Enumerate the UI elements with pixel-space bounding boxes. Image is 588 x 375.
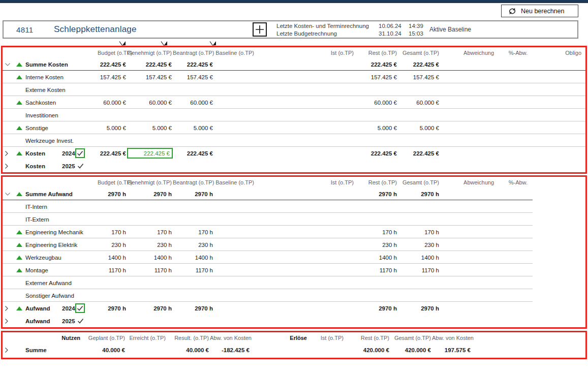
row-label: Externer Aufwand <box>25 280 98 286</box>
trend-up-icon <box>16 126 22 130</box>
row-label: Kosten <box>25 150 61 157</box>
info-label-cost-calc: Letzte Kosten- und Terminrechnung <box>276 22 369 30</box>
cell-gesamt: 222.425 € <box>398 150 440 157</box>
cell-gesamt: 60.000 € <box>398 100 440 106</box>
row-label: Aufwand <box>25 305 61 311</box>
cell-rest: 170 h <box>355 229 398 235</box>
cell-gesamt: 1400 h <box>398 255 440 261</box>
trend-cell <box>12 63 25 67</box>
expand-chevron-icon[interactable] <box>3 318 12 324</box>
check-icon[interactable] <box>77 163 84 169</box>
table-row: Werkzeugbau1400 h1400 h1400 h1400 h1400 … <box>3 251 585 264</box>
column-header-gesamt: Gesamt (o.TP) <box>398 179 440 185</box>
calc-info-dates: 10.06.24 31.10.24 <box>379 22 401 38</box>
recalculate-button[interactable]: Neu berechnen <box>501 5 578 17</box>
row-label: Sonstiger Aufwand <box>25 293 98 299</box>
cell-beantragt: 5.000 € <box>173 125 214 131</box>
row-label: Aufwand <box>25 318 61 324</box>
cell-genehmigt: 230 h <box>127 242 173 248</box>
cell-beantragt: 1170 h <box>173 267 214 273</box>
cell-gesamt: 222.425 € <box>398 61 440 68</box>
cell-budget: 60.000 € <box>98 100 127 106</box>
collapse-chevron-icon[interactable] <box>3 63 12 67</box>
expand-chevron-icon[interactable] <box>3 305 12 311</box>
cell-beantragt: 157.425 € <box>173 74 214 80</box>
project-title: Schleppkettenanlage <box>54 24 137 35</box>
table-header-row: Budget (o.TP)Genehmigt (o.TP)Beantragt (… <box>3 47 585 58</box>
cell-beantragt: 2970 h <box>173 191 214 197</box>
table-row: Externe Kosten <box>3 83 585 96</box>
trend-up-icon <box>16 151 22 155</box>
year-checkbox[interactable] <box>75 148 85 158</box>
year-checkbox[interactable] <box>75 303 85 313</box>
calc-info-labels: Letzte Kosten- und Terminrechnung Letzte… <box>276 22 369 38</box>
info-date-cost-calc: 10.06.24 <box>379 22 401 30</box>
cell-rest: 157.425 € <box>355 74 398 80</box>
table-row: Interne Kosten157.425 €157.425 €157.425 … <box>3 71 585 83</box>
check-icon[interactable] <box>77 318 84 324</box>
cell-gesamt: 157.425 € <box>398 74 440 80</box>
highlighted-cell-genehmigt[interactable]: 222.425 € <box>127 148 173 159</box>
column-filter-row <box>0 39 588 46</box>
row-label: Investitionen <box>25 112 98 118</box>
cell-gesamt: 2970 h <box>398 305 440 311</box>
column-header-erreicht-o-tp-: Erreicht (o.TP) <box>126 335 167 341</box>
table-row: IT-Extern <box>3 213 585 226</box>
expand-chevron-icon[interactable] <box>3 163 12 169</box>
table-header-row: Budget (o.TP)Genehmigt (o.TP)Beantragt (… <box>3 177 585 188</box>
project-id: 4811 <box>16 25 33 34</box>
cell-genehmigt: 1400 h <box>127 255 173 261</box>
row-label: Sonstige <box>25 125 98 131</box>
column-header-erl-se: Erlöse <box>251 335 308 341</box>
row-label: Sachkosten <box>25 100 98 106</box>
column-header-ist: Ist (o.TP) <box>255 179 355 185</box>
cell-budget: 2970 h <box>98 191 127 197</box>
trend-up-icon <box>16 75 22 79</box>
column-header-genehmigt: Genehmigt (o.TP) <box>127 179 173 185</box>
expand-chevron-icon[interactable] <box>3 150 12 157</box>
cell-budget: 2970 h <box>98 305 127 311</box>
refresh-icon <box>508 7 516 15</box>
table-row: Engineering Elektrik230 h230 h230 h230 h… <box>3 238 585 251</box>
table-row: IT-Intern <box>3 200 585 213</box>
cell-rest: 60.000 € <box>355 100 398 106</box>
row-label: IT-Intern <box>25 204 98 210</box>
trend-cell <box>12 256 25 260</box>
cell-budget: 5.000 € <box>98 125 127 131</box>
cell-gesamt: 420.000 € <box>390 347 432 353</box>
trend-up-icon <box>16 192 22 196</box>
checkbox-cell <box>75 318 98 324</box>
table-row: Werkzeuge Invest. <box>3 134 585 147</box>
row-label: Kosten <box>25 163 61 169</box>
column-header-budget: Budget (o.TP) <box>98 50 127 56</box>
cell-genehmigt: 222.425 € <box>127 61 173 68</box>
column-header-rest-o-tp-: Rest (o.TP) <box>345 335 390 341</box>
column-header-genehmigt: Genehmigt (o.TP) <box>127 50 173 56</box>
cell-beantragt: 222.425 € <box>173 61 214 68</box>
column-header-beantragt: Beantragt (o.TP) <box>173 50 214 56</box>
cell-rest: 1400 h <box>355 255 398 261</box>
trend-cell <box>12 192 25 196</box>
expand-chevron-icon[interactable] <box>3 347 12 353</box>
trend-cell <box>12 268 25 272</box>
cost-table: Budget (o.TP)Genehmigt (o.TP)Beantragt (… <box>1 46 587 174</box>
trend-cell <box>12 126 25 130</box>
trend-cell <box>12 101 25 105</box>
table-row: Externer Aufwand <box>3 276 585 289</box>
checkbox-cell <box>75 163 98 169</box>
trend-cell <box>12 306 25 310</box>
recalculate-label: Neu berechnen <box>521 8 564 15</box>
trend-up-icon <box>16 63 22 67</box>
column-header-gesamt: Gesamt (o.TP) <box>398 50 440 56</box>
row-label: Interne Kosten <box>25 74 98 80</box>
row-label: IT-Extern <box>25 216 98 223</box>
trend-up-icon <box>16 268 22 272</box>
collapse-chevron-icon[interactable] <box>3 192 12 196</box>
expand-plus-button[interactable] <box>253 22 267 37</box>
table-row: Summe40.000 €40.000 €-182.425 €420.000 €… <box>3 343 585 356</box>
row-label: Summe Kosten <box>25 61 98 68</box>
cell-genehmigt: 1170 h <box>127 267 173 273</box>
table-row: Summe Kosten222.425 €222.425 €222.425 €2… <box>3 58 585 71</box>
cell-budget: 1400 h <box>98 255 127 261</box>
cell-budget: 230 h <box>98 242 127 248</box>
